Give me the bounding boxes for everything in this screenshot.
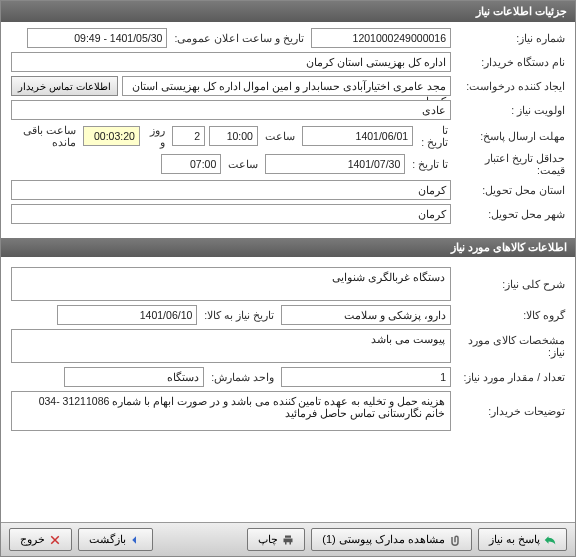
announce-date-field: 1401/05/30 - 09:49	[27, 28, 167, 48]
city-field: کرمان	[11, 204, 451, 224]
print-button[interactable]: چاپ	[247, 528, 305, 551]
desc-field[interactable]	[11, 267, 451, 301]
unit-label: واحد شمارش:	[208, 371, 277, 383]
qty-label: تعداد / مقدار مورد نیاز:	[455, 371, 565, 383]
print-button-label: چاپ	[258, 533, 278, 546]
form-section-2: شرح کلی نیاز: گروه کالا: دارو، پزشکی و س…	[1, 261, 575, 441]
specs-label: مشخصات کالای مورد نیاز:	[455, 334, 565, 358]
exit-button-label: خروج	[20, 533, 45, 546]
province-label: استان محل تحویل:	[455, 184, 565, 196]
deadline-label: مهلت ارسال پاسخ:	[455, 130, 565, 142]
need-date-label: تاریخ نیاز به کالا:	[201, 309, 277, 321]
qty-field: 1	[281, 367, 451, 387]
deadline-time-field: 10:00	[209, 126, 258, 146]
toolbar-spacer	[159, 528, 241, 551]
validity-time-field: 07:00	[161, 154, 221, 174]
buyer-name-field: اداره کل بهزیستی استان کرمان	[11, 52, 451, 72]
validity-label: حداقل تاریخ اعتبار قیمت:	[455, 152, 565, 176]
group-field: دارو، پزشکی و سلامت	[281, 305, 451, 325]
attachments-button[interactable]: مشاهده مدارک پیوستی (1)	[311, 528, 472, 551]
need-number-field: 1201000249000016	[311, 28, 451, 48]
hour-label-1: ساعت	[262, 130, 298, 142]
deadline-date-field: 1401/06/01	[302, 126, 413, 146]
city-label: شهر محل تحویل:	[455, 208, 565, 220]
need-number-label: شماره نیاز:	[455, 32, 565, 44]
unit-field: دستگاه	[64, 367, 204, 387]
remain-time-field: 00:03:20	[83, 126, 140, 146]
requester-label: ایجاد کننده درخواست:	[455, 80, 565, 92]
desc-label: شرح کلی نیاز:	[455, 278, 565, 290]
days-and-label: روز و	[144, 124, 168, 148]
attachments-button-label: مشاهده مدارک پیوستی (1)	[322, 533, 445, 546]
goods-section-header: اطلاعات کالاهای مورد نیاز	[1, 238, 575, 257]
to-date-label-2: تا تاریخ :	[409, 158, 451, 170]
respond-button-label: پاسخ به نیاز	[489, 533, 540, 546]
specs-field[interactable]	[11, 329, 451, 363]
province-field: کرمان	[11, 180, 451, 200]
window-title: جزئیات اطلاعات نیاز	[1, 1, 575, 22]
back-button-label: بازگشت	[89, 533, 126, 546]
buyer-name-label: نام دستگاه خریدار:	[455, 56, 565, 68]
validity-date-field: 1401/07/30	[265, 154, 405, 174]
back-icon	[130, 534, 142, 546]
to-date-label-1: تا تاریخ :	[417, 124, 451, 148]
notes-field[interactable]	[11, 391, 451, 431]
group-label: گروه کالا:	[455, 309, 565, 321]
reply-icon	[544, 534, 556, 546]
attachment-icon	[449, 534, 461, 546]
bottom-toolbar: پاسخ به نیاز مشاهده مدارک پیوستی (1) چاپ…	[1, 522, 575, 556]
exit-icon	[49, 534, 61, 546]
notes-label: توضیحات خریدار:	[455, 405, 565, 417]
respond-button[interactable]: پاسخ به نیاز	[478, 528, 567, 551]
form-section-1: شماره نیاز: 1201000249000016 تاریخ و ساع…	[1, 22, 575, 234]
remain-label: ساعت باقی مانده	[11, 124, 79, 148]
priority-label: اولویت نیاز :	[455, 104, 565, 116]
back-button[interactable]: بازگشت	[78, 528, 153, 551]
exit-button[interactable]: خروج	[9, 528, 72, 551]
need-date-field: 1401/06/10	[57, 305, 197, 325]
buyer-contact-button[interactable]: اطلاعات تماس خریدار	[11, 76, 118, 96]
days-field: 2	[172, 126, 205, 146]
print-icon	[282, 534, 294, 546]
hour-label-2: ساعت	[225, 158, 261, 170]
need-details-window: جزئیات اطلاعات نیاز شماره نیاز: 12010002…	[0, 0, 576, 557]
requester-field: مجد عامری اختیارآبادی حسابدار و امین امو…	[122, 76, 451, 96]
announce-date-label: تاریخ و ساعت اعلان عمومی:	[171, 32, 307, 44]
priority-field: عادی	[11, 100, 451, 120]
